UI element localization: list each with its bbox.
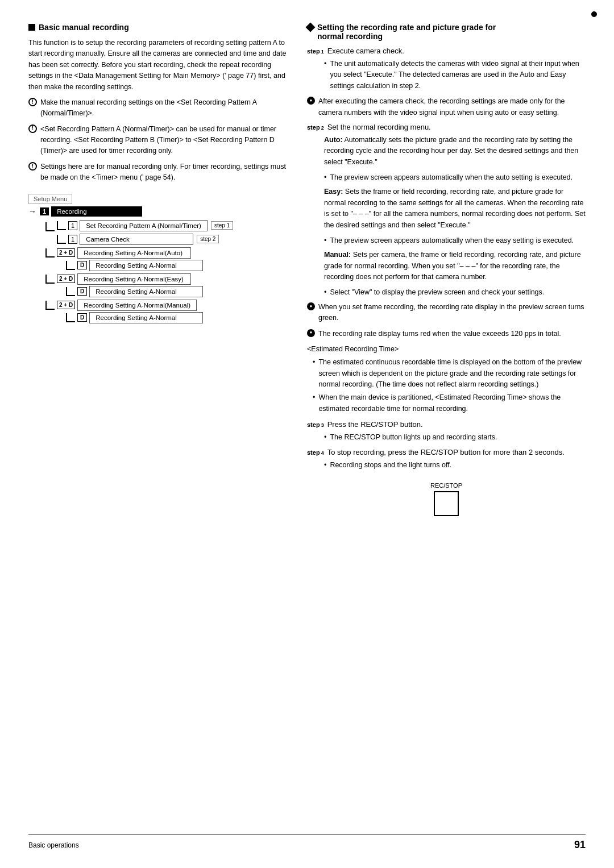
diamond-icon	[306, 23, 316, 32]
footer-text: Basic operations	[28, 841, 79, 849]
item5-sub-d: D	[77, 313, 87, 322]
step2-content: Auto: Automatically sets the picture gra…	[324, 135, 586, 298]
auto-text: Auto: Automatically sets the picture gra…	[324, 135, 586, 168]
step1-row: step1 Execute camera check.	[307, 47, 586, 55]
item3-numpart: 2 + D	[57, 248, 75, 257]
step4-row: step4 To stop recording, press the REC/S…	[307, 448, 586, 456]
item1-step: step 1	[211, 221, 233, 230]
footer: Basic operations 91	[28, 834, 586, 851]
main-content: Basic manual recording This function is …	[28, 23, 586, 516]
excl-icon-1: !	[28, 98, 37, 106]
rec-stop-area: REC/STOP	[307, 482, 586, 516]
note1: ● After executing the camera check, the …	[307, 96, 586, 118]
arrow-icon: →	[28, 207, 36, 216]
right-column: Setting the recording rate and picture g…	[307, 23, 586, 516]
rec-stop-button-illustration	[434, 491, 459, 516]
step4-bullet: Recording stops and the light turns off.	[324, 460, 586, 471]
note3-icon: ●	[307, 329, 315, 337]
note3: ● The recording rate display turns red w…	[307, 329, 586, 339]
excl-icon-3: !	[28, 162, 37, 171]
rec-stop-label: REC/STOP	[430, 482, 462, 489]
item2-step: step 2	[197, 235, 219, 243]
section-title-square	[28, 24, 35, 31]
easy-bullet: The preview screen appears automatically…	[324, 235, 586, 246]
item4-label: Recording Setting A-Normal(Easy)	[77, 273, 191, 285]
bullet-1: ! Make the manual recording settings on …	[28, 97, 290, 119]
item1-label: Set Recording Pattern A (Normal/Timer)	[80, 220, 208, 231]
diagram-group-auto: 2 + D Recording Setting A-Normal(Auto) D…	[45, 247, 290, 271]
easy-text: Easy: Sets the frame or field recording,…	[324, 186, 586, 231]
note2: ● When you set frame recording, the reco…	[307, 302, 586, 324]
bullet-3: ! Settings here are for manual recording…	[28, 161, 290, 184]
item5-label: Recording Setting A-Normal(Manual)	[77, 300, 197, 311]
auto-bullet: The preview screen appears automatically…	[324, 172, 586, 183]
recording-label: Recording	[51, 206, 142, 217]
diagram-item-1: 1 Set Recording Pattern A (Normal/Timer)…	[45, 220, 290, 323]
page: Basic manual recording This function is …	[0, 0, 614, 868]
item4-sub-d: D	[77, 287, 87, 296]
left-column: Basic manual recording This function is …	[28, 23, 290, 516]
item2-label: Camera Check	[80, 234, 193, 245]
setup-menu-label: Setup Menu	[28, 194, 72, 204]
manual-text: Manual: Sets per camera, the frame or fi…	[324, 250, 586, 283]
item1-num: 1	[68, 221, 77, 230]
estimated-label: <Estimated Recording Time>	[307, 344, 586, 355]
note2-icon: ●	[307, 302, 315, 310]
estimated-bullet-1: The estimated continuous recordable time…	[313, 357, 586, 390]
right-section-title: Setting the recording rate and picture g…	[307, 23, 586, 41]
manual-bullet: Select "View" to display the preview scr…	[324, 287, 586, 298]
step3-bullet: The REC/STOP button lights up and record…	[324, 432, 586, 443]
step4-content: Recording stops and the light turns off.	[324, 460, 586, 471]
diagram-group-easy: 2 + D Recording Setting A-Normal(Easy) D…	[45, 273, 290, 297]
step2-row: step2 Set the normal recording menu.	[307, 123, 586, 131]
step3-content: The REC/STOP button lights up and record…	[324, 432, 586, 443]
item2-num: 1	[68, 235, 77, 244]
bullet-2: ! <Set Recording Pattern A (Normal/Timer…	[28, 124, 290, 157]
item5-numpart: 2 + D	[57, 301, 75, 309]
item3-sub-label: Recording Setting A-Normal	[89, 260, 203, 271]
menu-diagram: Setup Menu → 1 Recording 1 Set Recording…	[28, 194, 290, 323]
item4-numpart: 2 + D	[57, 275, 75, 283]
note1-icon: ●	[307, 97, 315, 105]
excl-icon-2: !	[28, 124, 37, 133]
estimated-bullet-2: When the main device is partitioned, <Es…	[313, 392, 586, 414]
item3-sub-d: D	[77, 261, 87, 269]
item5-sub-label: Recording Setting A-Normal	[89, 312, 203, 323]
step3-row: step3 Press the REC/STOP button.	[307, 420, 586, 429]
recording-num: 1	[40, 207, 49, 215]
intro-paragraph: This function is to setup the recording …	[28, 38, 290, 93]
diagram-group-manual: 2 + D Recording Setting A-Normal(Manual)…	[45, 300, 290, 323]
step1-content: The unit automatically detects the camer…	[324, 59, 586, 92]
page-number: 91	[574, 839, 586, 851]
step1-bullet-1: The unit automatically detects the camer…	[324, 59, 586, 92]
item3-label: Recording Setting A-Normal(Auto)	[77, 247, 191, 259]
top-right-dot	[591, 11, 597, 17]
left-section-title: Basic manual recording	[28, 23, 290, 32]
item4-sub-label: Recording Setting A-Normal	[89, 286, 203, 297]
